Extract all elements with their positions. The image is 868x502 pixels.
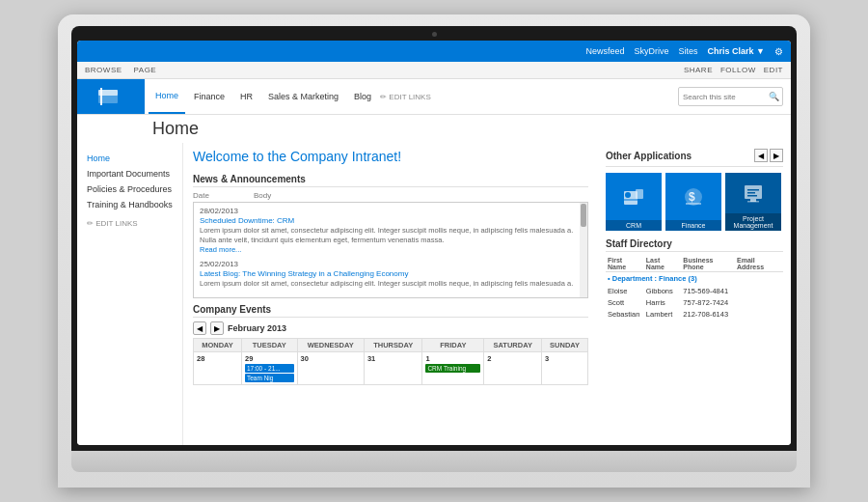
cal-event-3[interactable]: CRM Training xyxy=(425,364,480,373)
svg-rect-9 xyxy=(686,203,701,205)
events-next-button[interactable]: ▶ xyxy=(210,321,224,335)
settings-icon[interactable]: ⚙ xyxy=(774,46,783,57)
nav-edit-links[interactable]: ✏ EDIT LINKS xyxy=(380,93,431,101)
dir-email-1 xyxy=(735,285,783,296)
news-date-header: Date xyxy=(193,191,246,200)
news-title: News & Announcements xyxy=(193,174,588,187)
search-box[interactable]: 🔍 xyxy=(678,87,783,106)
welcome-heading: Welcome to the Company Intranet! xyxy=(193,149,588,164)
nav-tabs: Home Finance HR Sales & Marketing Blog ✏… xyxy=(145,79,670,114)
search-input[interactable] xyxy=(679,93,766,101)
svg-rect-12 xyxy=(747,192,755,194)
news-link-1[interactable]: Scheduled Downtime: CRM xyxy=(200,216,582,225)
cal-event-2[interactable]: Team Nig xyxy=(245,374,294,382)
apps-prev-button[interactable]: ◀ xyxy=(754,149,768,162)
laptop-shell: Newsfeed SkyDrive Sites Chris Clark ▼ ⚙ … xyxy=(58,14,810,488)
apps-title: Other Applications xyxy=(606,151,692,161)
sidebar-item-policies[interactable]: Policies & Procedures xyxy=(77,181,182,197)
sharepoint-topbar: Newsfeed SkyDrive Sites Chris Clark ▼ ⚙ xyxy=(77,41,791,62)
apps-next-button[interactable]: ▶ xyxy=(770,149,783,162)
sidebar-item-docs[interactable]: Important Documents xyxy=(77,166,182,181)
finance-svg: $ xyxy=(680,183,707,210)
cal-header-mon: MONDAY xyxy=(194,339,242,352)
ribbon-actions: SHARE FOLLOW EDIT xyxy=(684,66,783,74)
app-tile-finance[interactable]: $ Finance xyxy=(665,173,721,231)
nav-tab-home[interactable]: Home xyxy=(149,79,185,114)
app-tile-crm[interactable]: CRM xyxy=(606,173,662,231)
ribbon-browse[interactable]: BROWSE xyxy=(85,66,122,74)
news-date-2: 25/02/2013 xyxy=(200,260,582,268)
search-button[interactable]: 🔍 xyxy=(766,92,782,101)
apps-divider xyxy=(606,166,783,167)
svg-rect-13 xyxy=(747,195,757,197)
directory-row-2: Scott Harris 757-872-7424 xyxy=(606,296,783,308)
svg-point-4 xyxy=(625,192,631,198)
edit-button[interactable]: EDIT xyxy=(764,66,783,74)
finance-label: Finance xyxy=(665,220,721,231)
right-column: Other Applications ◀ ▶ xyxy=(598,143,791,445)
nav-tab-sales[interactable]: Sales & Marketing xyxy=(261,79,345,114)
cal-header-sat: SATURDAY xyxy=(484,339,542,352)
nav-tab-blog[interactable]: Blog xyxy=(347,79,378,114)
dir-firstname-1: Eloise xyxy=(606,285,644,296)
cal-header-thu: THURSDAY xyxy=(364,339,421,352)
dir-header-firstname: First Name xyxy=(606,256,644,272)
news-date-1: 28/02/2013 xyxy=(200,207,582,215)
dir-lastname-1: Gibbons xyxy=(644,285,682,296)
news-section: News & Announcements Date Body 28/02/201… xyxy=(193,174,588,298)
events-nav: ◀ ▶ February 2013 xyxy=(193,321,588,335)
project-label: Project Management xyxy=(725,213,781,231)
site-logo xyxy=(77,79,145,114)
user-menu[interactable]: Chris Clark ▼ xyxy=(708,46,765,56)
news-scroll-area[interactable]: 28/02/2013 Scheduled Downtime: CRM Lorem… xyxy=(193,202,588,298)
site-header: Home Finance HR Sales & Marketing Blog ✏… xyxy=(77,79,791,115)
directory-row-3: Sebastian Lambert 212-708-6143 xyxy=(606,308,783,320)
cal-day-2: 2 xyxy=(484,352,542,385)
cal-day-28: 28 xyxy=(194,352,242,385)
sidebar-edit-links[interactable]: ✏ EDIT LINKS xyxy=(77,216,182,231)
news-scrollbar[interactable] xyxy=(580,203,587,297)
nav-tab-hr[interactable]: HR xyxy=(233,79,259,114)
directory-section: Staff Directory First Name Last Name Bus… xyxy=(606,238,783,439)
app-tile-project[interactable]: Project Management xyxy=(725,173,781,231)
directory-row-1: Eloise Gibbons 715-569-4841 xyxy=(606,285,783,296)
dir-email-3 xyxy=(735,308,783,320)
follow-button[interactable]: FOLLOW xyxy=(720,66,756,74)
events-prev-button[interactable]: ◀ xyxy=(193,321,206,335)
svg-rect-15 xyxy=(747,201,759,203)
news-item-1: 28/02/2013 Scheduled Downtime: CRM Lorem… xyxy=(200,207,582,254)
news-content: 28/02/2013 Scheduled Downtime: CRM Lorem… xyxy=(194,203,587,297)
left-sidebar: Home Important Documents Policies & Proc… xyxy=(77,143,183,445)
sidebar-item-home[interactable]: Home xyxy=(77,151,182,166)
dir-phone-1: 715-569-4841 xyxy=(681,285,735,296)
share-button[interactable]: SHARE xyxy=(684,66,713,74)
camera xyxy=(432,32,437,37)
apps-nav: ◀ ▶ xyxy=(754,149,783,162)
sidebar-item-training[interactable]: Training & Handbooks xyxy=(77,197,182,212)
cal-day-30: 30 xyxy=(297,352,364,385)
project-svg xyxy=(740,180,767,207)
news-readmore-1[interactable]: Read more... xyxy=(200,245,582,254)
crm-label: CRM xyxy=(606,220,662,231)
events-section: Company Events ◀ ▶ February 2013 MONDAY … xyxy=(193,304,588,385)
events-title: Company Events xyxy=(193,304,588,318)
sites-link[interactable]: Sites xyxy=(679,46,698,56)
nav-tab-finance[interactable]: Finance xyxy=(187,79,231,114)
cal-event-1[interactable]: 17:00 - 21... xyxy=(245,364,294,373)
dir-lastname-3: Lambert xyxy=(644,308,682,320)
cal-day-1: 1 CRM Training xyxy=(422,352,484,385)
crm-icon xyxy=(606,173,662,220)
newsfeed-link[interactable]: Newsfeed xyxy=(586,46,625,56)
news-link-2[interactable]: Latest Blog: The Winning Strategy in a C… xyxy=(200,269,582,278)
cal-header-tue: TUESDAY xyxy=(241,339,297,352)
department-row: • Department : Finance (3) xyxy=(606,272,783,286)
ribbon-page[interactable]: PAGE xyxy=(134,66,157,74)
finance-icon: $ xyxy=(665,173,721,220)
dir-email-2 xyxy=(735,296,783,308)
svg-rect-5 xyxy=(624,199,637,201)
skydrive-link[interactable]: SkyDrive xyxy=(635,46,669,56)
news-text-1: Lorem ipsum dolor sit amet, consectetur … xyxy=(200,226,582,245)
dir-header-email: Email Address xyxy=(735,256,783,272)
cal-day-31: 31 xyxy=(364,352,421,385)
dir-header-phone: Business Phone xyxy=(681,256,735,272)
